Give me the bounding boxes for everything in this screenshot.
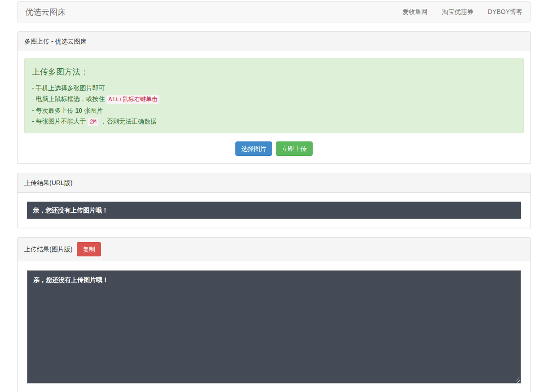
navbar: 优选云图床 爱收集网 淘宝优惠券 DYBOY博客 [17, 1, 531, 22]
choose-images-button[interactable]: 选择图片 [235, 141, 272, 156]
upload-panel-heading: 多图上传 - 优选云图床 [18, 32, 530, 51]
resize-handle-icon[interactable] [514, 377, 520, 383]
upload-panel: 多图上传 - 优选云图床 上传多图方法： - 手机上选择多张图片即可 - 电脑上… [17, 31, 531, 164]
instruction-item-4: - 每张图片不能大于 2M ，否则无法正确数据 [32, 116, 516, 128]
copy-button[interactable]: 复制 [77, 242, 101, 256]
size-limit-code: 2M [88, 118, 98, 126]
instruction-item-4-suffix: ，否则无法正确数据 [98, 118, 157, 125]
upload-panel-body: 上传多图方法： - 手机上选择多张图片即可 - 电脑上鼠标框选，或按住 Alt+… [18, 51, 530, 163]
instruction-item-4-text: - 每张图片不能大于 [32, 118, 88, 125]
instruction-item-2: - 电脑上鼠标框选，或按住 Alt+鼠标右键单击 [32, 93, 516, 105]
url-result-empty-message: 亲，您还没有上传图片哦！ [27, 202, 521, 219]
max-count-value: 10 [75, 107, 82, 114]
image-result-empty-message: 亲，您还没有上传图片哦！ [33, 276, 109, 283]
instruction-item-1-text: - 手机上选择多张图片即可 [32, 84, 105, 92]
page-container: 优选云图床 爱收集网 淘宝优惠券 DYBOY博客 多图上传 - 优选云图床 上传… [17, 1, 531, 392]
nav-links: 爱收集网 淘宝优惠券 DYBOY博客 [395, 2, 530, 22]
image-result-panel: 上传结果(图片版) 复制 亲，您还没有上传图片哦！ [17, 237, 531, 392]
alt-click-code: Alt+鼠标右键单击 [106, 95, 159, 104]
image-result-body: 亲，您还没有上传图片哦！ [18, 261, 530, 392]
nav-link-taobao[interactable]: 淘宝优惠券 [435, 2, 481, 22]
upload-now-button[interactable]: 立即上传 [276, 141, 313, 156]
url-result-body: 亲，您还没有上传图片哦！ [18, 193, 530, 228]
instruction-item-2-text: - 电脑上鼠标框选，或按住 [32, 95, 106, 102]
nav-link-dyboy-blog[interactable]: DYBOY博客 [481, 2, 530, 22]
image-result-textarea[interactable]: 亲，您还没有上传图片哦！ [27, 270, 521, 383]
nav-link-aishouji[interactable]: 爱收集网 [395, 2, 435, 22]
upload-buttons-row: 选择图片 立即上传 [24, 141, 524, 157]
url-result-panel: 上传结果(URL版) 亲，您还没有上传图片哦！ [17, 173, 531, 228]
image-result-title: 上传结果(图片版) [24, 245, 72, 254]
upload-instructions-alert: 上传多图方法： - 手机上选择多张图片即可 - 电脑上鼠标框选，或按住 Alt+… [24, 58, 524, 133]
upload-panel-title: 多图上传 - 优选云图床 [24, 37, 86, 46]
instruction-item-3-text: - 每次最多上传 [32, 107, 75, 114]
brand-link[interactable]: 优选云图床 [18, 7, 72, 18]
url-result-title: 上传结果(URL版) [24, 178, 72, 187]
url-result-heading: 上传结果(URL版) [18, 173, 530, 193]
instruction-item-1: - 手机上选择多张图片即可 [32, 83, 516, 93]
instruction-item-3-suffix: 张图片 [82, 107, 103, 114]
image-result-heading: 上传结果(图片版) 复制 [18, 238, 530, 261]
instructions-title: 上传多图方法： [32, 66, 516, 77]
instruction-item-3: - 每次最多上传 10 张图片 [32, 105, 516, 116]
